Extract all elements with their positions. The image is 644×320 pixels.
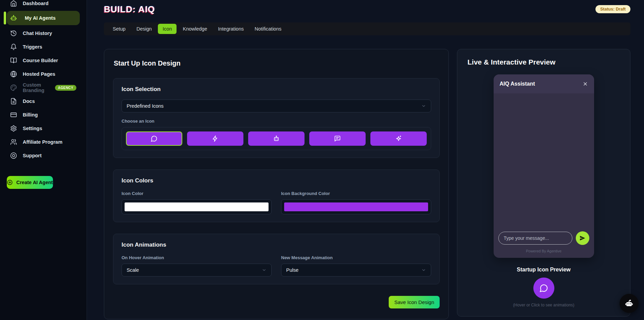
tab-bar: Setup Design Icon Knowledge Integrations… [104,22,630,35]
icon-option-chat-bubble[interactable] [126,131,182,146]
bell-icon [10,43,17,50]
sidebar-item-settings[interactable]: Settings [7,122,80,135]
new-message-animation-label: New Message Animation [281,255,431,260]
sidebar-item-label: Dashboard [23,1,49,6]
send-icon [579,235,586,242]
chat-widget-preview: AIQ Assistant Powered By Agentive [494,74,594,258]
icon-option-sparkles[interactable] [370,131,427,146]
icon-background-color-picker[interactable] [281,199,431,214]
palette-icon [10,84,17,91]
new-message-animation-value: Pulse [286,267,298,273]
chat-bubble-icon [151,135,158,142]
sidebar-item-my-ai-agents[interactable]: My AI Agents [7,11,80,25]
sidebar-item-label: Course Builder [23,58,58,63]
icon-color-swatch [125,202,269,211]
icon-colors-title: Icon Colors [122,177,431,184]
hover-animation-label: On Hover Animation [122,255,272,260]
chat-widget-title: AIQ Assistant [500,81,535,87]
robot-icon [10,15,17,21]
sidebar-nav: Dashboard My AI Agents Chat History Trig… [0,0,87,162]
icon-selection-title: Icon Selection [122,86,431,93]
sidebar-item-label: Billing [23,112,38,118]
sparkles-icon [395,135,402,142]
page-title: Start Up Icon Design [114,59,440,67]
tab-icon[interactable]: Icon [158,24,177,34]
icon-colors-card: Icon Colors Icon Color Icon Background C… [113,170,440,222]
robot-icon [624,299,634,308]
sidebar-item-label: Triggers [23,44,42,50]
chat-messages-area [494,93,594,231]
home-icon [10,0,17,7]
icon-design-panel: Start Up Icon Design Icon Selection Pred… [104,49,449,319]
icon-source-select[interactable]: Predefined Icons [122,100,431,112]
sidebar-item-triggers[interactable]: Triggers [7,40,80,54]
sidebar-item-custom-branding[interactable]: Custom Branding AGENCY [7,81,80,94]
chat-message-input[interactable] [498,232,572,245]
robot-icon [273,135,280,142]
chat-bubble-icon [539,284,548,292]
sidebar-item-chat-history[interactable]: Chat History [7,26,80,40]
message-lines-icon [334,135,341,142]
icon-color-picker[interactable] [122,199,272,214]
sidebar-item-label: Settings [23,126,42,131]
tab-knowledge[interactable]: Knowledge [178,24,212,34]
lifebuoy-icon [10,152,17,159]
globe-icon [10,71,17,77]
sidebar-item-label: Chat History [23,31,52,36]
icon-background-color-swatch [284,202,428,211]
sidebar-item-label: Custom Branding [23,82,48,93]
sidebar-item-docs[interactable]: Docs [7,94,80,108]
app-logo: BUILD: AIQ [104,4,155,15]
icon-option-lightning[interactable] [187,131,243,146]
close-icon[interactable] [583,81,588,87]
hover-animation-value: Scale [127,267,139,273]
icon-animations-card: Icon Animations On Hover Animation Scale… [113,234,440,284]
icon-source-select-value: Predefined Icons [127,103,164,109]
save-icon-design-button[interactable]: Save Icon Design [389,296,440,308]
chevron-down-icon [262,268,266,272]
hover-animation-select[interactable]: Scale [122,264,272,277]
panels-row: Start Up Icon Design Icon Selection Pred… [104,49,630,319]
tab-design[interactable]: Design [132,24,157,34]
users-icon [10,139,17,145]
sidebar-item-label: Docs [23,99,35,104]
live-preview-panel: Live & Interactive Preview AIQ Assistant [457,49,630,317]
sidebar-item-billing[interactable]: Billing [7,108,80,122]
assistant-launcher-button[interactable] [620,294,639,313]
agency-badge: AGENCY [55,85,76,91]
lightning-bolt-icon [212,135,219,142]
history-icon [10,30,17,37]
icon-option-robot[interactable] [248,131,305,146]
chevron-down-icon [421,104,426,108]
powered-by-label: Powered By Agentive [494,249,594,253]
create-ai-agent-button[interactable]: Create AI Agent [7,176,53,189]
sidebar-item-label: Hosted Pages [23,71,55,77]
tab-setup[interactable]: Setup [108,24,130,34]
new-message-animation-select[interactable]: Pulse [281,264,431,277]
sidebar-item-dashboard[interactable]: Dashboard [7,0,80,10]
icon-background-color-label: Icon Background Color [281,191,431,196]
send-button[interactable] [576,231,589,245]
plus-circle-icon [7,179,13,185]
sidebar-item-label: Affiliate Program [23,139,62,145]
sidebar-item-hosted-pages[interactable]: Hosted Pages [7,67,80,81]
credit-card-icon [10,111,17,118]
startup-icon-preview-button[interactable] [533,278,554,299]
main-content: BUILD: AIQ Status: Draft Setup Design Ic… [87,0,644,320]
sidebar-item-support[interactable]: Support [7,149,80,162]
status-badge: Status: Draft [595,5,630,13]
chat-input-row [494,231,594,245]
sidebar-item-label: My AI Agents [25,15,56,21]
icon-option-message-lines[interactable] [309,131,366,146]
tab-notifications[interactable]: Notifications [250,24,286,34]
sidebar-item-label: Support [23,153,42,158]
icon-animations-title: Icon Animations [122,242,431,248]
sidebar-item-course-builder[interactable]: Course Builder [7,54,80,67]
chat-widget-header: AIQ Assistant [494,74,594,93]
gear-icon [10,125,17,132]
document-icon [10,98,17,105]
sidebar-item-affiliate-program[interactable]: Affiliate Program [7,135,80,149]
sidebar: Dashboard My AI Agents Chat History Trig… [0,0,87,320]
topbar: BUILD: AIQ Status: Draft [104,3,630,17]
tab-integrations[interactable]: Integrations [213,24,249,34]
